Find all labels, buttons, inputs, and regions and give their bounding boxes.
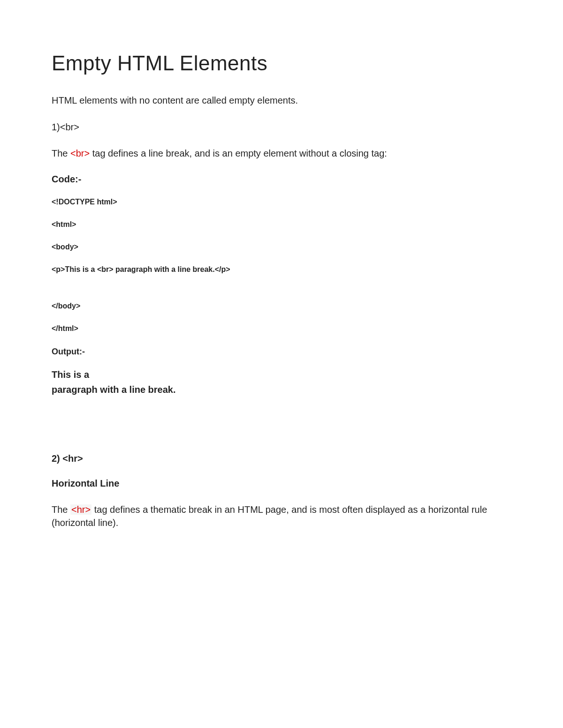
output-text: This is a paragraph with a line break. (52, 367, 511, 397)
hr-tag-code: <hr> (70, 504, 91, 515)
output-line1: This is a (52, 369, 89, 380)
output-line2: paragraph with a line break. (52, 384, 176, 395)
br-tag-code: <br> (70, 148, 90, 158)
section2-number: 2) <hr> (52, 453, 511, 464)
section1-desc-pre: The (52, 148, 70, 158)
section1-desc-post: tag defines a line break, and is an empt… (90, 148, 387, 158)
intro-paragraph: HTML elements with no content are called… (52, 94, 511, 107)
output-label: Output:- (52, 347, 511, 357)
code-line-paragraph: <p>This is a <br> paragraph with a line … (52, 265, 511, 274)
section2-desc-pre: The (52, 504, 70, 515)
section2-desc-post: tag defines a thematic break in an HTML … (52, 504, 487, 528)
code-label: Code:- (52, 174, 511, 185)
section1-number: 1)<br> (52, 122, 511, 133)
code-line-html-open: <html> (52, 220, 511, 229)
code-line-body-open: <body> (52, 243, 511, 251)
code-line-html-close: </html> (52, 324, 511, 333)
page-title: Empty HTML Elements (52, 52, 511, 75)
section2-subtitle: Horizontal Line (52, 478, 511, 489)
code-line-doctype: <!DOCTYPE html> (52, 198, 511, 206)
code-line-body-close: </body> (52, 302, 511, 310)
section2-description: The <hr> tag defines a thematic break in… (52, 503, 511, 529)
section1-description: The <br> tag defines a line break, and i… (52, 147, 511, 160)
